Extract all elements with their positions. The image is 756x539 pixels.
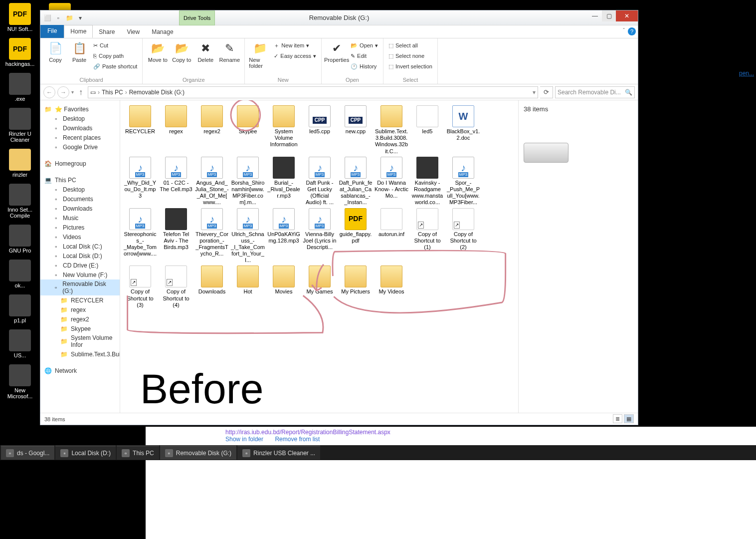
file-item[interactable]: Do I Wanna Know- - Arctic Mo... — [375, 157, 408, 206]
desktop-icon[interactable]: PDFhackingas... — [2, 37, 38, 68]
nav-item[interactable]: ▫Removable Disk (G:) — [40, 279, 120, 295]
file-item[interactable]: new.cpp — [339, 105, 373, 155]
corner-link[interactable]: pen... — [739, 70, 754, 77]
taskbar-item[interactable]: ▫ds - Googl... — [1, 446, 54, 460]
taskbar-item[interactable]: ▫Rinzler USB Cleaner ... — [237, 446, 320, 460]
nav-homegroup[interactable]: 🏠Homegroup — [40, 159, 120, 168]
select-none-button[interactable]: ⬚ Select none — [387, 51, 433, 61]
file-item[interactable]: autorun.inf — [375, 208, 408, 264]
desktop-icon[interactable]: PDFNU! Soft... — [2, 2, 38, 33]
nav-network[interactable]: 🌐Network — [40, 366, 120, 375]
copy-path-button[interactable]: ⎘ Copy path — [92, 51, 138, 61]
file-item[interactable]: _Why_Did_You_Do_It.mp3 — [123, 157, 157, 206]
file-item[interactable]: Copy of Shortcut to (3) — [123, 266, 157, 308]
nav-item[interactable]: ▫CD Drive (E:) — [40, 261, 120, 270]
breadcrumb-bar[interactable]: ▭ › This PC › Removable Disk (G:) ▾ — [88, 86, 538, 98]
copy-to-button[interactable]: 📂Copy to — [171, 40, 192, 63]
file-item[interactable]: BlackBox_v1.2.doc — [446, 105, 480, 155]
tab-share[interactable]: Share — [93, 26, 121, 38]
refresh-button[interactable]: ⟳ — [540, 86, 553, 98]
help-icon[interactable]: ? — [628, 27, 636, 35]
close-button[interactable]: ✕ — [616, 10, 638, 21]
nav-subitem[interactable]: 📁RECYCLER — [40, 295, 120, 305]
file-item[interactable]: led5.cpp — [303, 105, 337, 155]
minimize-button[interactable]: — — [588, 10, 602, 21]
file-item[interactable]: Burial_-_Rival_Dealer.mp3 — [267, 157, 301, 206]
desktop-icon[interactable]: Inno Set... Compile — [2, 183, 38, 220]
file-item[interactable]: Borsha_Shironamhin[www.MP3Fiber.com].m..… — [231, 157, 265, 206]
file-item[interactable]: RECYCLER — [123, 105, 157, 155]
file-item[interactable]: My Videos — [375, 266, 408, 308]
nav-item[interactable]: ▫Desktop — [40, 185, 120, 194]
file-item[interactable]: Daft_Punk_feat_Julian_Casablancas_-_Inst… — [339, 157, 373, 206]
paste-shortcut-button[interactable]: 🔗 Paste shortcut — [92, 61, 138, 71]
file-item[interactable]: regex — [159, 105, 193, 155]
file-item[interactable]: Stereophonics_-_Maybe_Tomorrow[www.... — [123, 208, 157, 264]
nav-item[interactable]: ▫Local Disk (D:) — [40, 251, 120, 261]
nav-subitem[interactable]: 📁System Volume Infor — [40, 333, 120, 349]
back-button[interactable]: ← — [43, 86, 55, 98]
desktop-icon[interactable]: p1.pl — [2, 293, 38, 324]
nav-item[interactable]: ▫Desktop — [40, 114, 120, 123]
maximize-button[interactable]: ▢ — [602, 10, 616, 21]
file-item[interactable]: Vienna-Billy Joel (Lyrics in Descripti..… — [303, 208, 337, 264]
nav-item[interactable]: ▫Recent places — [40, 133, 120, 142]
nav-section-head[interactable]: 📁⭐ Favorites — [40, 104, 120, 114]
tab-view[interactable]: View — [121, 26, 146, 38]
folder-icon[interactable]: 📁 — [65, 14, 73, 22]
drive-tools-tab[interactable]: Drive Tools — [179, 10, 215, 25]
select-all-button[interactable]: ⬚ Select all — [387, 40, 433, 50]
nav-item[interactable]: ▫Documents — [40, 194, 120, 204]
copy-button[interactable]: 📄Copy — [44, 40, 66, 63]
file-item[interactable]: System Volume Information — [267, 105, 301, 155]
file-item[interactable]: PDFguide_flappy.pdf — [339, 208, 373, 264]
nav-item[interactable]: ▫Pictures — [40, 223, 120, 232]
file-item[interactable]: Thievery_Corporation_-_FragmentsTycho_R.… — [195, 208, 229, 264]
invert-selection-button[interactable]: ⬚ Invert selection — [387, 61, 433, 71]
file-item[interactable]: led5 — [410, 105, 444, 155]
file-item[interactable]: Copy of Shortcut to (1) — [410, 208, 444, 264]
file-item[interactable]: Copy of Shortcut to (4) — [159, 266, 193, 308]
desktop-icon[interactable]: US... — [2, 328, 38, 359]
properties-icon[interactable]: ▫ — [54, 14, 62, 22]
nav-thispc[interactable]: 💻This PC — [40, 175, 120, 185]
breadcrumb-item[interactable]: This PC — [102, 89, 123, 96]
file-item[interactable]: Downloads — [195, 266, 229, 308]
nav-item[interactable]: ▫New Volume (F:) — [40, 270, 120, 279]
nav-item[interactable]: ▫Downloads — [40, 204, 120, 213]
taskbar-item[interactable]: ▫Local Disk (D:) — [55, 446, 116, 460]
nav-subitem[interactable]: 📁Skypee — [40, 324, 120, 333]
tab-home[interactable]: Home — [64, 25, 93, 38]
file-item[interactable]: regex2 — [195, 105, 229, 155]
icons-view-icon[interactable]: ▦ — [624, 414, 634, 423]
tab-manage[interactable]: Manage — [146, 26, 179, 38]
address-dropdown-icon[interactable]: ▾ — [533, 89, 536, 96]
file-item[interactable]: Movies — [267, 266, 301, 308]
new-folder-button[interactable]: 📁New folder — [249, 40, 271, 69]
file-item[interactable]: Hot — [231, 266, 265, 308]
new-item-button[interactable]: ＋ New item ▾ — [273, 40, 317, 50]
nav-subitem[interactable]: 📁regex — [40, 305, 120, 314]
background-url[interactable]: http://iras.iub.edu.bd/Report/Registrati… — [225, 429, 390, 436]
chevron-down-icon[interactable]: ▾ — [76, 14, 84, 22]
desktop-icon[interactable]: Rinzler U Cleaner — [2, 107, 38, 144]
desktop-icon[interactable]: rinzler — [2, 148, 38, 179]
file-item[interactable]: My Games — [303, 266, 337, 308]
file-item[interactable]: Sublime.Text.3.Build.3008.Windows.32bit.… — [375, 105, 408, 155]
file-item[interactable]: Copy of Shortcut to (2) — [446, 208, 480, 264]
show-in-folder-link[interactable]: Show in folder — [225, 436, 263, 443]
desktop-icon[interactable]: .exe — [2, 72, 38, 103]
nav-subitem[interactable]: 📁regex2 — [40, 314, 120, 324]
file-item[interactable]: Daft Punk - Get Lucky (Official Audio) f… — [303, 157, 337, 206]
file-item[interactable]: Kavinsky - Roadgame www.manstaworld.co..… — [410, 157, 444, 206]
search-input[interactable]: Search Removable Di... 🔍 — [555, 86, 635, 98]
navigation-pane[interactable]: 📁⭐ Favorites▫Desktop▫Downloads▫Recent pl… — [40, 100, 120, 413]
nav-item[interactable]: ▫Music — [40, 213, 120, 223]
edit-button[interactable]: ✎ Edit — [350, 51, 379, 61]
file-item[interactable]: Telefon Tel Aviv - The Birds.mp3 — [159, 208, 193, 264]
paste-button[interactable]: 📋Paste — [68, 40, 90, 63]
file-item[interactable]: Angus_And_Julia_Stone_-_All_Of_Me[www...… — [195, 157, 229, 206]
file-item[interactable]: Spor_-_Push_Me_Pull_You[www.MP3Fiber... — [446, 157, 480, 206]
nav-item[interactable]: ▫Local Disk (C:) — [40, 242, 120, 251]
desktop-icon[interactable]: ok... — [2, 259, 38, 289]
